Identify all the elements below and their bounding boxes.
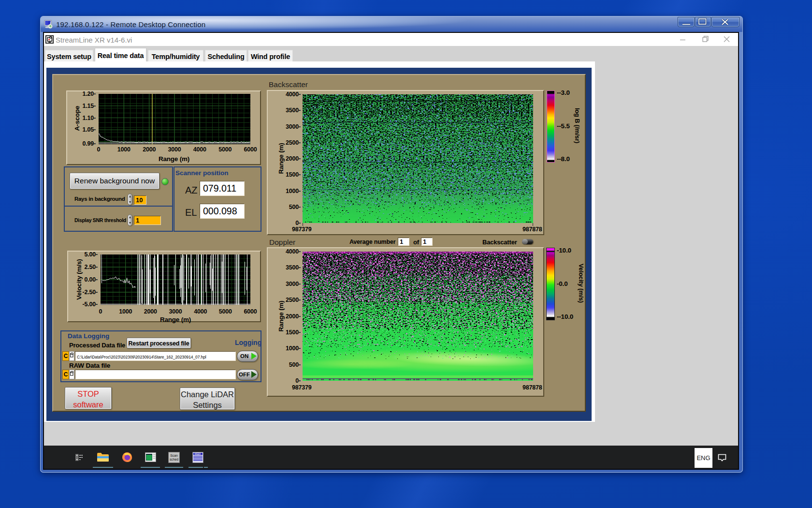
svg-text:WEEK: WEEK (194, 453, 201, 455)
svg-text:sched: sched (170, 458, 178, 461)
svg-text:Scan: Scan (170, 454, 178, 457)
